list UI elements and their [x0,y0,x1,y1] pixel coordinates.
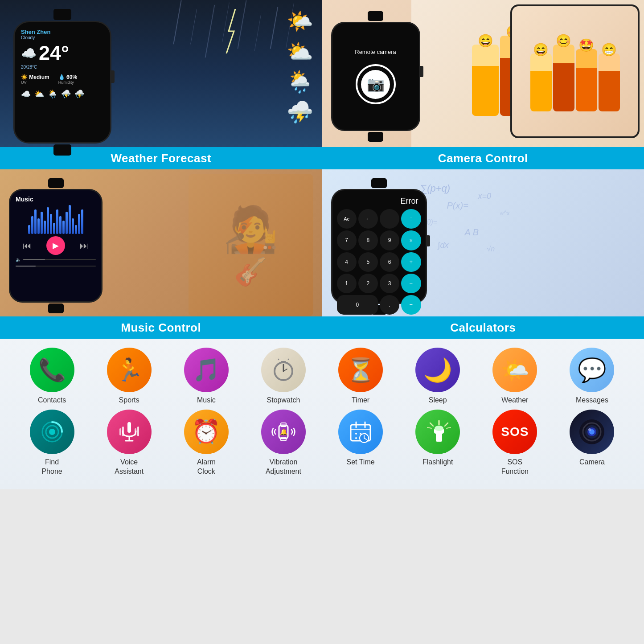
icon-sos[interactable]: SOS SOSFunction [484,410,546,476]
mid-feature-grid: 🎸 🧑‍🎤 🎸 Music [0,169,644,339]
vibration-icon: 🔔 [261,410,306,454]
timer-icon: ⏳ [338,348,383,392]
svg-rect-15 [137,427,139,436]
voice-label: VoiceAssistant [115,458,144,476]
findphone-label: FindPhone [41,458,62,476]
svg-point-34 [435,426,443,431]
alarm-icon: ⏰ [184,410,229,454]
icons-section: 📞 Contacts 🏃 Sports 🎵 Music [0,339,644,489]
icon-stopwatch[interactable]: Stopwatch [252,348,315,405]
camera-screen-label: Remote camera [355,49,396,55]
watch-condition: Cloudy [21,35,104,40]
timer-label: Timer [352,396,369,405]
music-icon: 🎵 [184,348,229,392]
sports-label: Sports [119,396,139,405]
weather-label: Weather [501,396,528,405]
icon-settime[interactable]: Set Time [329,410,392,467]
contacts-label: Contacts [38,396,66,405]
sleep-label: Sleep [429,396,447,405]
music-card: 🎸 🧑‍🎤 🎸 Music [0,169,322,339]
findphone-icon [30,410,74,454]
weather-card: 🌤️ ⛅ 🌦️ ⛈️ Shen Zhen Cloudy ☁️ 24° 20/28… [0,0,322,169]
contacts-icon: 📞 [30,348,74,392]
svg-point-24 [355,433,357,435]
weather-icon: 🌤️ [492,348,537,392]
camera-label: Camera [579,458,605,467]
messages-label: Messages [576,396,608,405]
stopwatch-icon [261,348,306,392]
calculator-card: ∑(p+q) P(x)= x=0 F(0)= A B e^x ∫dx √n Er… [322,169,644,339]
icon-sleep[interactable]: 🌙 Sleep [406,348,469,405]
icon-camera[interactable]: Camera [561,410,623,467]
svg-line-5 [288,359,289,360]
icon-messages[interactable]: 💬 Messages [561,348,623,405]
music-card-label: Music Control [0,316,322,339]
watch-city: Shen Zhen [21,29,104,35]
sports-icon: 🏃 [107,348,152,392]
messages-icon: 💬 [570,348,614,392]
icon-flashlight[interactable]: Flashlight [406,410,469,467]
alarm-label: AlarmClock [197,458,216,476]
svg-text:🔔: 🔔 [279,428,287,436]
svg-line-38 [427,427,431,428]
icon-findphone[interactable]: FindPhone [21,410,83,476]
icon-contacts[interactable]: 📞 Contacts [21,348,83,405]
watch-temp: 24° [39,41,69,65]
icon-alarm[interactable]: ⏰ AlarmClock [175,410,238,476]
svg-point-8 [49,429,55,435]
top-feature-grid: 🌤️ ⛅ 🌦️ ⛈️ Shen Zhen Cloudy ☁️ 24° 20/28… [0,0,644,169]
svg-rect-3 [281,361,286,363]
flashlight-icon [415,410,460,454]
stopwatch-label: Stopwatch [267,396,300,405]
svg-line-37 [445,423,448,426]
icon-weather[interactable]: 🌤️ Weather [484,348,546,405]
sleep-icon: 🌙 [415,348,460,392]
icon-timer[interactable]: ⏳ Timer [329,348,392,405]
svg-rect-12 [119,428,121,435]
watch-range: 20/28°C [21,65,104,70]
flashlight-label: Flashlight [422,458,453,467]
icons-row-2: FindPhone VoiceAssistant ⏰ [4,410,640,476]
sos-label: SOSFunction [501,458,529,476]
music-screen-label: Music [16,196,96,203]
sos-icon: SOS [492,410,537,454]
camera-card: Remote camera 📷 Camera Control [322,0,644,169]
calculator-card-label: Calculators [322,316,644,339]
icon-sports[interactable]: 🏃 Sports [98,348,160,405]
svg-rect-14 [135,428,136,435]
camera-card-label: Camera Control [322,147,644,169]
svg-line-36 [430,423,433,426]
calc-display: Error [337,195,421,208]
icons-row-1: 📞 Contacts 🏃 Sports 🎵 Music [4,348,640,405]
camera-icon-circle [570,410,614,454]
icon-voice[interactable]: VoiceAssistant [98,410,160,476]
settime-label: Set Time [346,458,374,467]
svg-rect-9 [127,422,131,433]
icon-vibration[interactable]: 🔔 VibrationAdjustment [252,410,315,476]
svg-point-27 [355,437,357,439]
icon-music[interactable]: 🎵 Music [175,348,238,405]
settime-icon [338,410,383,454]
svg-rect-13 [122,427,124,436]
svg-line-4 [278,359,279,360]
svg-line-39 [447,427,451,428]
voice-icon [107,410,152,454]
svg-point-45 [588,428,591,431]
music-label: Music [197,396,216,405]
vibration-label: VibrationAdjustment [266,458,301,476]
